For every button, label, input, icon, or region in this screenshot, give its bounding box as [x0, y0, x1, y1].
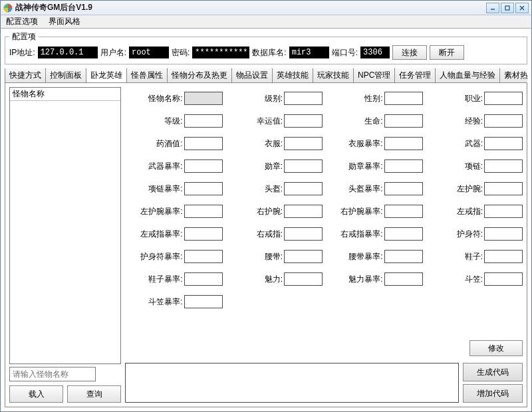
tab-10[interactable]: 人物血量与经验: [435, 68, 500, 82]
field-input[interactable]: [484, 114, 523, 128]
field-label: 护身符:: [457, 229, 483, 240]
gencode-button[interactable]: 生成代码: [463, 363, 523, 381]
field-input[interactable]: [384, 205, 423, 218]
field-r5c3: 左戒指:: [426, 200, 523, 223]
ip-input[interactable]: [38, 47, 98, 58]
minimize-button[interactable]: [486, 3, 499, 13]
tab-1[interactable]: 控制面板: [45, 68, 86, 82]
modify-button[interactable]: 修改: [469, 340, 523, 356]
config-panel: 配置项 IP地址: 用户名: 密码: 数据库名: 端口号: 连接 断开: [5, 31, 527, 64]
tab-4[interactable]: 怪物分布及热更: [167, 68, 232, 82]
query-button[interactable]: 查询: [67, 385, 121, 403]
field-r6c3: 护身符:: [426, 223, 523, 245]
menu-item-1[interactable]: 界面风格: [43, 15, 86, 28]
tab-6[interactable]: 英雄技能: [272, 68, 313, 82]
field-input[interactable]: [384, 92, 423, 105]
db-label: 数据库名:: [252, 47, 286, 58]
field-input[interactable]: [284, 272, 323, 286]
field-input[interactable]: [484, 92, 523, 105]
load-button[interactable]: 载入: [9, 385, 63, 403]
field-input[interactable]: [384, 159, 423, 173]
field-input[interactable]: [484, 205, 523, 218]
right-column: 怪物名称:级别:性别:职业:等级:幸运值:生命:经验:药酒值:衣服:衣服暴率:武…: [125, 87, 523, 403]
field-input[interactable]: [184, 182, 223, 195]
field-input[interactable]: [484, 137, 523, 150]
maximize-button[interactable]: [501, 3, 514, 13]
field-r5c0: 左护腕暴率:: [125, 200, 223, 223]
field-input[interactable]: [284, 182, 323, 195]
field-r1c1: 幸运值:: [225, 110, 323, 132]
field-input[interactable]: [284, 137, 323, 150]
connect-button[interactable]: 连接: [392, 45, 427, 60]
code-textarea[interactable]: [125, 363, 459, 403]
field-input[interactable]: [184, 205, 223, 218]
field-input[interactable]: [484, 182, 523, 195]
field-label: 项链:: [465, 161, 483, 172]
menu-item-0[interactable]: 配置选项: [1, 15, 43, 28]
tab-8[interactable]: NPC管理: [353, 68, 395, 82]
port-label: 端口号:: [332, 47, 358, 58]
field-label: 项链暴率:: [148, 183, 182, 195]
field-input[interactable]: [184, 250, 223, 263]
password-input[interactable]: [192, 47, 249, 58]
tab-0[interactable]: 快捷方式: [5, 68, 46, 82]
field-label: 鞋子暴率:: [148, 274, 182, 285]
field-input[interactable]: [484, 250, 523, 263]
field-input[interactable]: [184, 227, 223, 241]
field-r8c1: 魅力:: [225, 268, 323, 290]
field-input[interactable]: [184, 295, 223, 308]
attribute-grid: 怪物名称:级别:性别:职业:等级:幸运值:生命:经验:药酒值:衣服:衣服暴率:武…: [125, 87, 523, 403]
field-r8c3: 斗笠:: [426, 268, 523, 290]
db-input[interactable]: [289, 47, 329, 58]
field-input[interactable]: [184, 114, 223, 128]
tab-9[interactable]: 任务管理: [394, 68, 436, 82]
field-r4c1: 头盔:: [225, 177, 323, 200]
field-input[interactable]: [484, 227, 523, 241]
field-input[interactable]: [384, 227, 423, 241]
field-r5c2: 右护腕暴率:: [325, 200, 423, 223]
field-input[interactable]: [184, 92, 223, 105]
tab-2[interactable]: 卧龙英雄: [86, 68, 127, 82]
field-input[interactable]: [484, 272, 523, 286]
field-input[interactable]: [384, 182, 423, 195]
user-input[interactable]: [129, 47, 169, 58]
field-input[interactable]: [384, 272, 423, 286]
field-input[interactable]: [384, 114, 423, 128]
ip-label: IP地址:: [9, 47, 35, 58]
monster-search-input[interactable]: [9, 367, 96, 381]
field-r8c0: 鞋子暴率:: [125, 268, 223, 290]
field-input[interactable]: [284, 159, 323, 173]
port-input[interactable]: [360, 47, 390, 58]
field-input[interactable]: [184, 137, 223, 150]
field-label: 性别:: [364, 93, 382, 104]
field-r2c0: 药酒值:: [125, 132, 223, 155]
tab-11[interactable]: 素材热更: [499, 68, 527, 82]
tab-7[interactable]: 玩家技能: [313, 68, 354, 82]
field-input[interactable]: [384, 137, 423, 150]
field-input[interactable]: [284, 227, 323, 241]
close-button[interactable]: [515, 3, 529, 13]
field-r1c3: 经验:: [426, 110, 523, 132]
addcode-button[interactable]: 增加代码: [463, 384, 523, 403]
field-input[interactable]: [184, 159, 223, 173]
field-input[interactable]: [184, 272, 223, 286]
tab-5[interactable]: 物品设置: [231, 68, 273, 82]
field-input[interactable]: [484, 159, 523, 173]
field-r0c1: 级别:: [225, 87, 323, 110]
field-r7c0: 护身符暴率:: [125, 245, 223, 268]
field-label: 生命:: [364, 116, 382, 127]
field-r8c2: 魅力暴率:: [325, 268, 423, 290]
field-r0c3: 职业:: [426, 87, 523, 110]
monster-list[interactable]: 怪物名称: [9, 87, 121, 364]
field-input[interactable]: [284, 92, 323, 105]
field-label: 右戒指暴率:: [340, 229, 382, 240]
field-label: 斗笠:: [465, 274, 483, 285]
field-input[interactable]: [284, 114, 323, 128]
tab-3[interactable]: 怪兽属性: [126, 68, 168, 82]
field-label: 左护腕暴率:: [140, 206, 182, 217]
field-input[interactable]: [284, 205, 323, 218]
disconnect-button[interactable]: 断开: [430, 45, 464, 60]
field-input[interactable]: [284, 250, 323, 263]
monster-list-header[interactable]: 怪物名称: [10, 88, 120, 101]
field-input[interactable]: [384, 250, 423, 263]
